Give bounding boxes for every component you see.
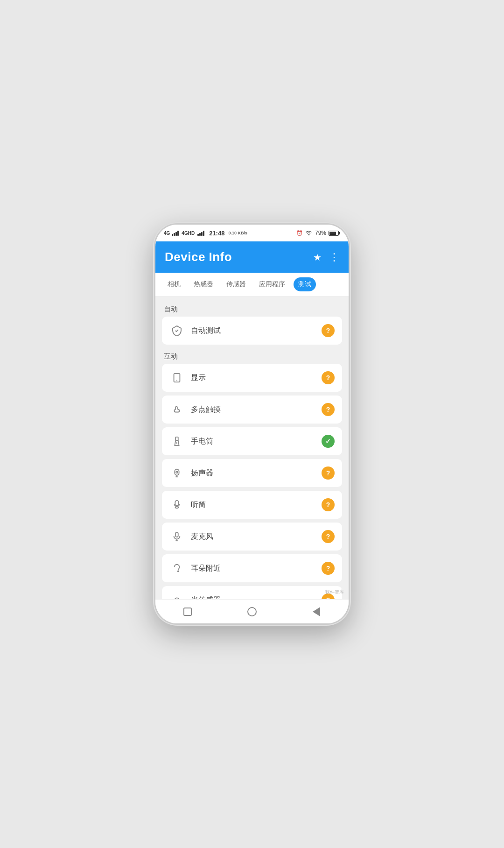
shield-icon <box>169 323 184 338</box>
status-bar: 4G 4GHD 21:48 0.10 KB/s ⏰ <box>155 225 349 241</box>
svg-rect-0 <box>174 374 180 382</box>
speaker-icon <box>169 466 184 481</box>
ear-icon <box>169 561 184 576</box>
list-item-multitouch[interactable]: 多点触摸 ? <box>162 396 342 424</box>
proximity-label: 耳朵附近 <box>191 564 221 573</box>
list-item-mic[interactable]: 麦克风 ? <box>162 523 342 551</box>
header-actions: ★ ⋮ <box>313 251 339 263</box>
list-item-flashlight[interactable]: 手电筒 ✓ <box>162 427 342 455</box>
earpiece-status: ? <box>322 498 335 511</box>
list-item-auto-test[interactable]: 自动测试 ? <box>162 317 342 345</box>
back-button[interactable] <box>310 605 323 618</box>
earpiece-label: 听筒 <box>191 500 206 510</box>
menu-button[interactable]: ⋮ <box>329 251 339 263</box>
home-button[interactable] <box>245 605 259 618</box>
list-item-light[interactable]: A 光传感器 ? <box>162 586 342 599</box>
phone-frame: 4G 4GHD 21:48 0.10 KB/s ⏰ <box>154 223 350 625</box>
display-label: 显示 <box>191 373 206 383</box>
network-label: 4G <box>164 231 170 236</box>
recent-apps-button[interactable] <box>181 605 194 618</box>
tab-sensor[interactable]: 传感器 <box>222 277 251 291</box>
flashlight-icon <box>169 434 184 449</box>
section-interactive-header: 互动 <box>162 348 342 364</box>
mic-status: ? <box>322 530 335 543</box>
app-content: Device Info ★ ⋮ 相机 热感器 传感器 应用程序 测试 自动 <box>155 241 349 623</box>
app-header: Device Info ★ ⋮ <box>155 241 349 273</box>
svg-point-7 <box>176 471 178 473</box>
tab-camera[interactable]: 相机 <box>163 277 185 291</box>
earpiece-icon <box>169 497 184 512</box>
svg-rect-4 <box>175 469 179 475</box>
multitouch-status: ? <box>322 403 335 416</box>
status-left: 4G 4GHD 21:48 0.10 KB/s <box>164 230 247 237</box>
signal-bars-2 <box>197 230 204 236</box>
list-item-speaker[interactable]: 扬声器 ? <box>162 459 342 487</box>
watermark: 软件智库 <box>325 589 344 595</box>
touch-icon <box>169 402 184 417</box>
svg-rect-9 <box>175 532 178 537</box>
signal-bars <box>172 230 179 236</box>
status-right: ⏰ 79% <box>296 230 340 236</box>
auto-test-status: ? <box>322 324 335 337</box>
svg-rect-2 <box>175 437 178 440</box>
tab-apps[interactable]: 应用程序 <box>254 277 290 291</box>
mic-label: 麦克风 <box>191 532 213 542</box>
wifi-icon <box>305 230 313 236</box>
battery-icon <box>329 231 340 236</box>
list-item-earpiece[interactable]: 听筒 ? <box>162 491 342 519</box>
network-speed: 0.10 KB/s <box>228 231 247 235</box>
bottom-nav <box>155 599 349 623</box>
multitouch-label: 多点触摸 <box>191 405 221 415</box>
phone-icon <box>169 370 184 385</box>
light-sensor-icon: A <box>169 593 184 599</box>
proximity-status: ? <box>322 562 335 575</box>
svg-point-12 <box>178 571 179 572</box>
speaker-status: ? <box>322 466 335 480</box>
alarm-icon: ⏰ <box>296 230 303 236</box>
list-item-display[interactable]: 显示 ? <box>162 364 342 392</box>
svg-rect-8 <box>175 501 178 506</box>
display-status: ? <box>322 371 335 384</box>
tab-heat[interactable]: 热感器 <box>189 277 218 291</box>
speaker-label: 扬声器 <box>191 468 213 478</box>
star-button[interactable]: ★ <box>313 252 322 263</box>
app-title: Device Info <box>165 250 232 264</box>
time: 21:48 <box>209 230 224 237</box>
auto-test-label: 自动测试 <box>191 326 221 336</box>
mic-icon <box>169 529 184 544</box>
flashlight-status: ✓ <box>322 435 335 448</box>
main-scroll[interactable]: 自动 自动测试 ? 互动 <box>155 297 349 599</box>
tab-test[interactable]: 测试 <box>294 277 316 291</box>
list-item-proximity[interactable]: 耳朵附近 ? <box>162 554 342 582</box>
battery-percent: 79% <box>315 230 326 236</box>
network-type: 4GHD <box>182 231 195 236</box>
tabs-bar: 相机 热感器 传感器 应用程序 测试 <box>155 273 349 297</box>
flashlight-label: 手电筒 <box>191 437 213 446</box>
section-auto-header: 自动 <box>162 301 342 317</box>
light-label: 光传感器 <box>191 595 221 600</box>
